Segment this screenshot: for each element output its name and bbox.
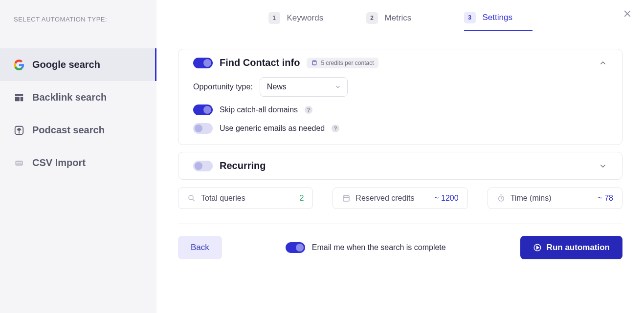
divider [178, 224, 622, 224]
skip-catchall-toggle[interactable] [193, 104, 213, 115]
clock-icon [497, 194, 506, 203]
step-label: Metrics [385, 13, 412, 23]
stat-value: ~ 78 [598, 194, 613, 203]
back-button[interactable]: Back [178, 236, 222, 259]
recurring-toggle[interactable] [193, 161, 213, 171]
run-button-label: Run automation [547, 243, 610, 252]
help-icon[interactable]: ? [332, 125, 339, 132]
svg-rect-2 [21, 97, 23, 101]
run-automation-button[interactable]: Run automation [520, 236, 622, 259]
close-button[interactable] [622, 9, 632, 19]
skip-catchall-row: Skip catch-all domains ? [193, 104, 607, 115]
csv-icon [14, 158, 24, 168]
svg-rect-5 [16, 161, 23, 166]
find-contact-header: Find Contact info 5 credits per contact [178, 49, 622, 76]
help-icon[interactable]: ? [305, 106, 312, 114]
stat-total-queries: Total queries 2 [178, 188, 313, 209]
google-icon [14, 60, 24, 70]
chevron-down-icon[interactable] [599, 162, 607, 170]
svg-rect-17 [343, 196, 349, 201]
step-number: 3 [464, 12, 476, 23]
sidebar-item-label: CSV Import [32, 157, 86, 168]
svg-line-16 [193, 199, 195, 201]
recurring-card: Recurring [178, 152, 622, 180]
svg-rect-9 [16, 163, 18, 164]
chevron-down-icon [334, 83, 341, 90]
stats-row: Total queries 2 Reserved credits ~ 1200 … [178, 188, 622, 209]
svg-rect-11 [21, 163, 22, 164]
sidebar: SELECT AUTOMATION TYPE: Google search Ba… [0, 0, 156, 313]
stat-time: Time (mins) ~ 78 [488, 188, 622, 209]
step-metrics[interactable]: 2 Metrics [366, 12, 435, 31]
sidebar-item-label: Google search [32, 59, 100, 70]
svg-marker-23 [536, 246, 539, 249]
sidebar-item-label: Backlink search [32, 92, 107, 103]
skip-catchall-label: Skip catch-all domains [220, 105, 298, 114]
recurring-title: Recurring [220, 160, 266, 171]
chevron-up-icon[interactable] [599, 59, 607, 67]
step-label: Settings [483, 13, 512, 22]
step-number: 2 [366, 12, 378, 24]
svg-rect-10 [18, 163, 20, 164]
svg-rect-1 [15, 97, 20, 101]
stat-label: Time (mins) [511, 194, 552, 203]
step-settings[interactable]: 3 Settings [464, 12, 533, 31]
opportunity-row: Opportunity type: News [193, 77, 607, 97]
svg-rect-0 [15, 94, 23, 96]
find-contact-toggle[interactable] [193, 58, 213, 68]
find-contact-title: Find Contact info [220, 57, 300, 68]
sidebar-item-podcast-search[interactable]: Podcast search [0, 114, 156, 146]
svg-rect-8 [21, 162, 22, 163]
stat-label: Reserved credits [355, 194, 414, 203]
opportunity-select[interactable]: News [260, 77, 348, 97]
credits-badge: 5 credits per contact [307, 58, 378, 68]
recurring-header: Recurring [178, 152, 622, 179]
step-label: Keywords [287, 13, 324, 23]
close-icon [622, 9, 632, 19]
step-number: 1 [268, 12, 280, 24]
generic-emails-row: Use generic emails as needed ? [193, 123, 607, 134]
sidebar-item-csv-import[interactable]: CSV Import [0, 146, 156, 179]
svg-rect-14 [313, 61, 317, 65]
svg-rect-7 [18, 162, 20, 163]
stat-value: ~ 1200 [434, 194, 458, 203]
footer: Back Email me when the search is complet… [178, 236, 622, 259]
svg-point-15 [189, 195, 193, 200]
sidebar-item-backlink-search[interactable]: Backlink search [0, 81, 156, 114]
backlink-icon [14, 92, 24, 103]
generic-emails-label: Use generic emails as needed [220, 124, 325, 133]
badge-text: 5 credits per contact [321, 60, 374, 66]
podcast-icon [14, 125, 24, 136]
opportunity-label: Opportunity type: [193, 83, 253, 91]
email-toggle-wrap: Email me when the search is complete [286, 242, 446, 253]
select-value: News [267, 83, 287, 91]
stat-value: 2 [299, 194, 304, 203]
email-notify-label: Email me when the search is complete [312, 243, 446, 252]
calendar-icon [342, 194, 351, 203]
play-icon [533, 243, 542, 252]
sidebar-title: SELECT AUTOMATION TYPE: [0, 16, 156, 23]
email-notify-toggle[interactable] [286, 242, 305, 253]
sidebar-item-google-search[interactable]: Google search [0, 48, 156, 81]
sidebar-item-label: Podcast search [32, 125, 105, 136]
stat-label: Total queries [201, 194, 245, 203]
svg-rect-6 [16, 162, 18, 163]
stepper: 1 Keywords 2 Metrics 3 Settings [178, 12, 622, 31]
credit-icon [311, 60, 318, 66]
find-contact-body: Opportunity type: News Skip catch-all do… [178, 76, 622, 145]
main: 1 Keywords 2 Metrics 3 Settings Find Con… [156, 0, 644, 313]
step-keywords[interactable]: 1 Keywords [268, 12, 337, 31]
search-icon [187, 194, 196, 203]
stat-reserved-credits: Reserved credits ~ 1200 [333, 188, 467, 209]
generic-emails-toggle[interactable] [193, 123, 213, 134]
find-contact-card: Find Contact info 5 credits per contact … [178, 49, 622, 145]
